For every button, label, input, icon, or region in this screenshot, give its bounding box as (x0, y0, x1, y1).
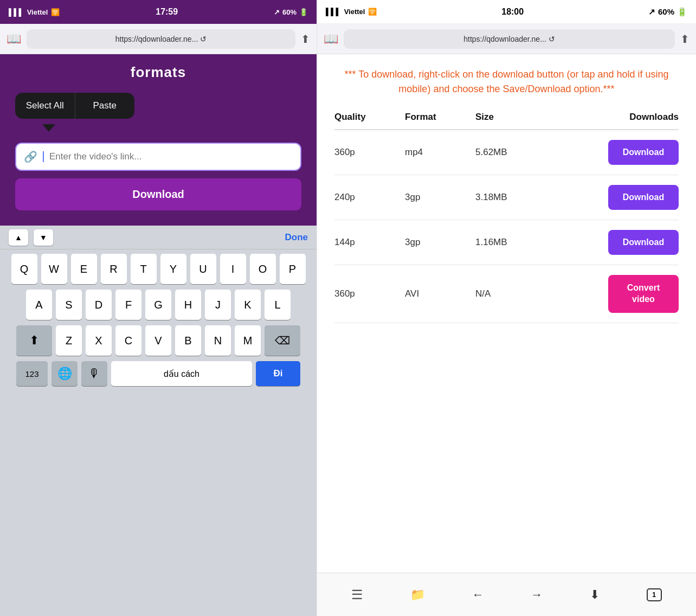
key-G[interactable]: G (145, 290, 171, 320)
select-all-menu-item[interactable]: Select All (15, 93, 75, 119)
bookmarks-icon-right[interactable]: 📖 (324, 32, 338, 46)
folder-icon[interactable]: 📁 (410, 588, 425, 602)
key-D[interactable]: D (86, 290, 112, 320)
action-144p: Download (546, 230, 679, 255)
app-header: formats (0, 54, 317, 93)
location-icon: ↗ (274, 8, 280, 16)
download-button-360p-mp4[interactable]: Download (608, 140, 679, 165)
key-E[interactable]: E (71, 254, 97, 284)
quality-144p: 144p (334, 237, 405, 248)
globe-key[interactable]: 🌐 (51, 361, 78, 386)
forward-arrow-icon[interactable]: → (531, 588, 543, 602)
download-button-144p[interactable]: Download (608, 230, 679, 255)
key-S[interactable]: S (56, 290, 82, 320)
main-content: *** To download, right-click on the down… (317, 54, 696, 573)
key-R[interactable]: R (101, 254, 127, 284)
url-text-right: https://qdownloader.ne... ↺ (463, 35, 555, 43)
table-row: 240p 3gp 3.18MB Download (334, 175, 679, 220)
browser-bottom-bar-right: ☰ 📁 ← → ⬇ 1 (317, 573, 696, 616)
share-icon-right[interactable]: ⬆ (680, 33, 689, 46)
header-format: Format (405, 112, 475, 123)
tab-count-box[interactable]: 1 (647, 588, 662, 601)
key-I[interactable]: I (220, 254, 246, 284)
mic-key[interactable]: 🎙 (81, 361, 107, 386)
shift-key[interactable]: ⬆ (16, 325, 52, 356)
url-input-box[interactable]: 🔗 (15, 143, 301, 171)
key-M[interactable]: M (235, 325, 261, 356)
video-url-input[interactable] (49, 151, 293, 162)
quality-360p-mp4: 360p (334, 147, 405, 158)
format-3gp-144: 3gp (405, 237, 475, 248)
key-C[interactable]: C (115, 325, 141, 356)
size-5-62mb: 5.62MB (475, 147, 546, 158)
key-Q[interactable]: Q (11, 254, 37, 284)
key-X[interactable]: X (86, 325, 112, 356)
action-240p: Download (546, 185, 679, 210)
url-text-left: https://qdownloader.ne... ↺ (115, 35, 207, 43)
download-icon-bottom[interactable]: ⬇ (590, 588, 600, 602)
key-B[interactable]: B (175, 325, 201, 356)
key-Z[interactable]: Z (56, 325, 82, 356)
action-key[interactable]: Đi (256, 361, 300, 386)
signal-bars-right: ▌▌▌ (326, 8, 341, 16)
signal-bars: ▌▌▌ (9, 8, 24, 16)
arrow-up-btn[interactable]: ▲ (9, 229, 28, 246)
header-size: Size (475, 112, 546, 123)
carrier-signal-right: ▌▌▌ Viettel 🛜 (326, 8, 377, 16)
wifi-icon-right: 🛜 (368, 8, 377, 16)
space-key[interactable]: dấu cách (111, 361, 252, 386)
key-V[interactable]: V (145, 325, 171, 356)
right-panel: ▌▌▌ Viettel 🛜 18:00 ↗ 60% 🔋 📖 https://qd… (317, 0, 696, 616)
size-1-16mb: 1.16MB (475, 237, 546, 248)
size-3-18mb: 3.18MB (475, 192, 546, 203)
browser-bar-left: 📖 https://qdownloader.ne... ↺ ⬆ (0, 24, 317, 54)
key-P[interactable]: P (280, 254, 306, 284)
carrier-signal: ▌▌▌ Viettel 🛜 (9, 8, 60, 16)
share-icon-left[interactable]: ⬆ (301, 33, 310, 46)
tab-bar-lines-icon[interactable]: ☰ (351, 587, 363, 602)
convert-video-button[interactable]: Convertvideo (608, 275, 679, 313)
action-360p-mp4: Download (546, 140, 679, 165)
paste-menu-item[interactable]: Paste (75, 93, 135, 119)
key-K[interactable]: K (235, 290, 261, 320)
input-area: 🔗 (0, 143, 317, 171)
key-H[interactable]: H (175, 290, 201, 320)
key-T[interactable]: T (131, 254, 157, 284)
format-avi: AVI (405, 288, 475, 299)
url-bar-right[interactable]: https://qdownloader.ne... ↺ (344, 29, 675, 49)
table-row: 360p mp4 5.62MB Download (334, 130, 679, 175)
done-button[interactable]: Done (285, 232, 308, 243)
key-123[interactable]: 123 (16, 361, 48, 386)
key-row-2: A S D F G H J K L (2, 290, 314, 320)
info-text: *** To download, right-click on the down… (334, 67, 679, 97)
key-W[interactable]: W (41, 254, 67, 284)
battery-icon: 🔋 (299, 8, 308, 16)
time-display-right: 18:00 (501, 7, 524, 17)
table-row: 360p AVI N/A Convertvideo (334, 265, 679, 323)
keyboard: Q W E R T Y U I O P A S D F G H J K L ⬆ … (0, 249, 317, 616)
bookmarks-icon[interactable]: 📖 (7, 32, 21, 46)
key-Y[interactable]: Y (160, 254, 186, 284)
back-arrow-icon[interactable]: ← (472, 588, 484, 602)
location-icon-right: ↗ (648, 7, 655, 17)
time-display: 17:59 (156, 7, 178, 17)
key-F[interactable]: F (115, 290, 141, 320)
quality-360p-avi: 360p (334, 288, 405, 299)
url-bar-left[interactable]: https://qdownloader.ne... ↺ (27, 29, 295, 49)
battery-percent-right: 60% (658, 7, 674, 16)
key-O[interactable]: O (250, 254, 276, 284)
header-downloads: Downloads (546, 112, 679, 123)
key-J[interactable]: J (205, 290, 231, 320)
status-bar-left: ▌▌▌ Viettel 🛜 17:59 ↗ 60% 🔋 (0, 0, 317, 24)
status-right-right: ↗ 60% 🔋 (648, 7, 687, 17)
key-L[interactable]: L (265, 290, 291, 320)
key-N[interactable]: N (205, 325, 231, 356)
delete-key[interactable]: ⌫ (265, 325, 300, 356)
wifi-icon: 🛜 (51, 8, 60, 16)
arrow-down-btn[interactable]: ▼ (34, 229, 53, 246)
key-U[interactable]: U (190, 254, 216, 284)
download-main-button[interactable]: Download (15, 178, 301, 210)
left-panel: ▌▌▌ Viettel 🛜 17:59 ↗ 60% 🔋 📖 https://qd… (0, 0, 317, 616)
key-A[interactable]: A (26, 290, 52, 320)
download-button-240p[interactable]: Download (608, 185, 679, 210)
